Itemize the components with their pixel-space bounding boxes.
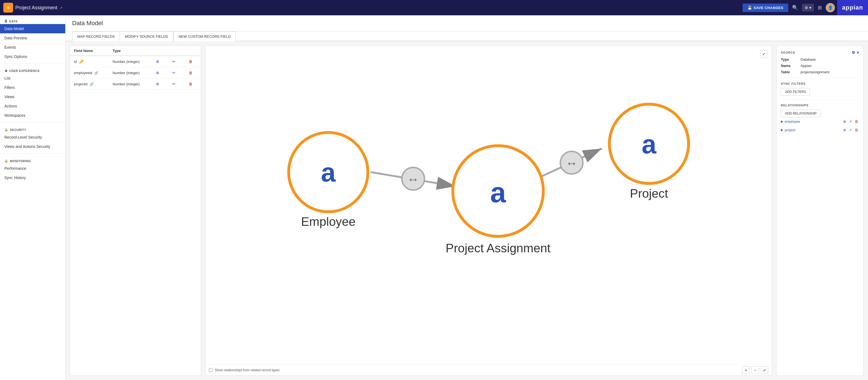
graph-footer: Show relationships from related record t… <box>206 364 772 375</box>
sidebar-item-filters[interactable]: Filters <box>0 83 65 92</box>
main-layout: 🗄 DATA Data Model Data Preview Events Sy… <box>0 15 868 380</box>
user-avatar[interactable]: 👤 <box>826 3 835 12</box>
save-icon: 💾 <box>748 6 752 10</box>
row-projectid-delete-action: 🗑 <box>184 79 201 90</box>
employee-rel-map-button[interactable]: ⊕ <box>842 119 847 124</box>
sidebar-item-views[interactable]: Views <box>0 92 65 101</box>
sidebar-item-sync-history[interactable]: Sync History <box>0 173 65 182</box>
source-type-row: Type Database <box>781 57 859 61</box>
add-filters-button[interactable]: ADD FILTERS <box>781 88 810 96</box>
tab-0-label: MAP RECORD FIELDS <box>77 34 115 38</box>
sidebar-ux-section: 🖥 USER EXPERIENCE List Filters Views Act… <box>0 65 65 121</box>
project-rel-actions: ⊕ ↗ 🗑 <box>842 127 859 133</box>
table-panel: Field Name Type <box>70 46 201 376</box>
row-projectid-type: Number (Integer) <box>109 79 151 90</box>
sidebar-item-record-level-security[interactable]: Record-Level Security <box>0 133 65 142</box>
action-col-2-header <box>167 46 184 56</box>
zoom-out-button[interactable]: − <box>751 366 759 374</box>
external-link-icon[interactable]: ↗ <box>60 6 63 10</box>
sidebar-item-data-preview[interactable]: Data Preview <box>0 33 65 42</box>
project-rel-map-button[interactable]: ⊕ <box>842 127 847 133</box>
source-table-row: Table projectassignment <box>781 70 859 74</box>
appian-logo-text: appian <box>842 4 863 11</box>
edit-field-button[interactable]: ✏ <box>171 70 177 76</box>
project-rel-open-button[interactable]: ↗ <box>848 127 853 133</box>
row-employeeid-type: Number (Integer) <box>109 67 151 79</box>
sidebar-item-data-model[interactable]: Data Model <box>0 24 65 33</box>
lock-icon: 🔒 <box>4 128 8 131</box>
views-security-label: Views and Actions Security <box>4 144 50 149</box>
project-relationship-link[interactable]: project <box>785 128 842 132</box>
employee-rel-actions: ⊕ ↗ 🗑 <box>842 119 859 124</box>
project-rel-delete-button[interactable]: 🗑 <box>854 127 859 133</box>
edit-field-button[interactable]: ✏ <box>171 59 177 64</box>
right-panel: SOURCE ⚙ ▾ Type Database Name Appian Tab… <box>776 46 864 376</box>
content-area: Data Model MAP RECORD FIELDS MODIFY SOUR… <box>66 15 868 380</box>
save-changes-button[interactable]: 💾 SAVE CHANGES <box>743 4 788 12</box>
search-button[interactable]: 🔍 <box>790 3 800 12</box>
performance-label: Performance <box>4 166 26 171</box>
delete-field-button[interactable]: 🗑 <box>187 59 194 64</box>
field-name-text: id <box>74 60 77 64</box>
field-name-header: Field Name <box>70 46 109 56</box>
tab-map-record-fields[interactable]: MAP RECORD FIELDS <box>72 31 120 41</box>
fullscreen-button[interactable]: ⤢ <box>761 366 768 374</box>
sync-history-label: Sync History <box>4 176 26 180</box>
events-label: Events <box>4 45 16 50</box>
page-header: Data Model <box>66 15 868 31</box>
app-title: Project Assignment ↗ <box>15 5 63 11</box>
tab-modify-source-fields[interactable]: MODIFY SOURCE FIELDS <box>120 31 174 41</box>
map-field-button[interactable]: ⊕ <box>155 70 161 76</box>
action-col-3-header <box>184 46 201 56</box>
sidebar-item-views-actions-security[interactable]: Views and Actions Security <box>0 142 65 151</box>
sidebar-item-sync-options[interactable]: Sync Options <box>0 52 65 61</box>
table-row: id 🔑 Number (Integer) ⊕ ✏ <box>70 56 201 67</box>
sidebar-item-workspaces[interactable]: Workspaces <box>0 111 65 120</box>
tab-1-label: MODIFY SOURCE FIELDS <box>125 34 168 38</box>
source-section-header: SOURCE ⚙ ▾ <box>781 50 859 55</box>
expand-graph-button[interactable]: ⤢ <box>760 50 767 57</box>
sidebar-item-actions[interactable]: Actions <box>0 101 65 111</box>
employee-relationship-link[interactable]: employee <box>785 119 842 123</box>
employee-rel-open-button[interactable]: ↗ <box>848 119 853 124</box>
field-name-text: projectid <box>74 82 87 86</box>
row-employeeid-delete-action: 🗑 <box>184 67 201 79</box>
zoom-in-button[interactable]: + <box>742 366 750 374</box>
project-node-label: Project <box>630 186 668 200</box>
settings-dropdown-button[interactable]: ⚙ ▾ <box>802 4 814 11</box>
row-employeeid-edit-action: ✏ <box>167 67 184 79</box>
delete-field-button[interactable]: 🗑 <box>187 81 194 87</box>
row-employeeid-field: employeeid 🔗 <box>70 67 109 79</box>
top-navigation: ≡ Project Assignment ↗ 💾 SAVE CHANGES 🔍 … <box>0 0 868 15</box>
svg-text:↔: ↔ <box>565 156 578 170</box>
sidebar-item-events[interactable]: Events <box>0 42 65 52</box>
sync-options-label: Sync Options <box>4 54 27 59</box>
grid-menu-button[interactable]: ⊞ <box>816 3 824 12</box>
sidebar-item-performance[interactable]: Performance <box>0 164 65 173</box>
add-relationship-button[interactable]: ADD RELATIONSHIP <box>781 110 821 117</box>
sidebar-item-list[interactable]: List <box>0 74 65 83</box>
monitoring-label: MONITORING <box>10 159 31 163</box>
employee-node-letter: a <box>321 157 336 187</box>
data-model-label: Data Model <box>4 27 24 31</box>
source-settings-button[interactable]: ⚙ ▾ <box>851 50 859 55</box>
tab-new-custom-record-field[interactable]: NEW CUSTOM RECORD FIELD <box>174 31 236 41</box>
filters-label: Filters <box>4 85 15 90</box>
security-label: SECURITY <box>10 128 27 131</box>
table-row: employeeid 🔗 Number (Integer) ⊕ ✏ <box>70 67 201 79</box>
ux-label: USER EXPERIENCE <box>9 69 40 72</box>
record-security-label: Record-Level Security <box>4 135 42 140</box>
table-label: Table <box>781 70 797 74</box>
page-title: Data Model <box>72 20 862 27</box>
map-field-button[interactable]: ⊕ <box>155 59 161 64</box>
sidebar-security-section: 🔒 SECURITY Record-Level Security Views a… <box>0 123 65 152</box>
map-field-button[interactable]: ⊕ <box>155 81 161 87</box>
show-relationships-checkbox[interactable] <box>209 368 213 372</box>
delete-field-button[interactable]: 🗑 <box>187 70 194 76</box>
type-text: Number (Integer) <box>113 71 140 75</box>
edit-field-button[interactable]: ✏ <box>171 81 177 87</box>
relationship-employee-row: ▶ employee ⊕ ↗ 🗑 <box>781 117 859 126</box>
relationships-header: RELATIONSHIPS <box>781 104 859 107</box>
graph-canvas: ↔ ↔ a Employee a Project Assignmen <box>206 46 772 364</box>
employee-rel-delete-button[interactable]: 🗑 <box>854 119 859 124</box>
